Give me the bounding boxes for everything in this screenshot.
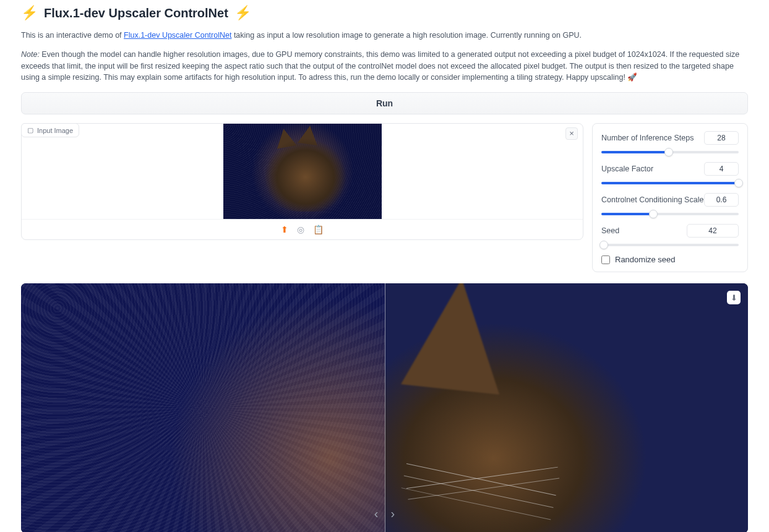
input-image-panel: ▢ Input Image × ⬆ ◎ 📋: [21, 123, 583, 240]
output-compare[interactable]: ‹ › ⬇: [21, 283, 748, 532]
model-link[interactable]: Flux.1-dev Upscaler ControlNet: [124, 31, 231, 40]
seed-slider-group: Seed: [601, 224, 739, 246]
compare-divider[interactable]: [385, 283, 385, 532]
note-label: Note:: [21, 50, 40, 59]
cond-slider[interactable]: [601, 213, 739, 215]
upload-icon[interactable]: ⬆: [281, 225, 288, 234]
input-image-tag: ▢ Input Image: [21, 123, 79, 137]
desc-suffix: taking as input a low resolution image t…: [231, 31, 582, 40]
steps-label: Number of Inference Steps: [601, 134, 694, 142]
parameters-panel: Number of Inference Steps Upscale Factor…: [592, 123, 748, 272]
webcam-icon[interactable]: ◎: [297, 225, 304, 234]
desc-prefix: This is an interactive demo of: [21, 31, 124, 40]
cond-value-input[interactable]: [704, 193, 739, 207]
description: This is an interactive demo of Flux.1-de…: [21, 30, 748, 41]
steps-slider-group: Number of Inference Steps: [601, 131, 739, 153]
upscale-slider-group: Upscale Factor: [601, 162, 739, 184]
randomize-seed-label[interactable]: Randomize seed: [615, 255, 676, 264]
seed-value-input[interactable]: [687, 224, 739, 238]
compare-after: [385, 283, 749, 532]
compare-handle[interactable]: ‹ ›: [374, 507, 395, 521]
note-text: Note: Even though the model can handle h…: [21, 49, 748, 84]
chevron-right-icon: ›: [391, 507, 395, 521]
run-button[interactable]: Run: [21, 92, 748, 114]
note-body: Even though the model can handle higher …: [21, 50, 739, 82]
clear-image-button[interactable]: ×: [565, 127, 578, 140]
seed-label: Seed: [601, 226, 619, 235]
steps-slider[interactable]: [601, 151, 739, 153]
download-button[interactable]: ⬇: [727, 291, 741, 304]
input-image-preview[interactable]: [223, 124, 382, 219]
page-title: ⚡ Flux.1-dev Upscaler ControlNet ⚡: [21, 5, 748, 21]
upscale-slider[interactable]: [601, 182, 739, 184]
seed-slider[interactable]: [601, 244, 739, 246]
title-text: Flux.1-dev Upscaler ControlNet: [44, 6, 228, 20]
image-icon: ▢: [27, 126, 33, 134]
upscale-value-input[interactable]: [704, 162, 739, 176]
upscale-label: Upscale Factor: [601, 165, 653, 173]
chevron-left-icon: ‹: [374, 507, 379, 521]
compare-before: [21, 283, 385, 532]
cond-slider-group: Controlnet Conditioning Scale: [601, 193, 739, 215]
cond-label: Controlnet Conditioning Scale: [601, 195, 703, 204]
steps-value-input[interactable]: [704, 131, 739, 145]
clipboard-icon[interactable]: 📋: [313, 225, 324, 234]
input-image-label: Input Image: [37, 127, 73, 134]
bolt-icon: ⚡: [21, 5, 38, 21]
image-toolbar: ⬆ ◎ 📋: [22, 219, 583, 239]
bolt-icon: ⚡: [234, 5, 251, 21]
randomize-seed-checkbox[interactable]: [601, 255, 610, 264]
